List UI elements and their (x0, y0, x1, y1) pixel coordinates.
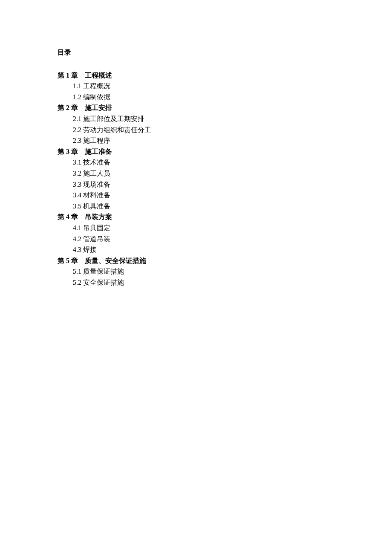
chapter-heading: 第 4 章 吊装方案 (58, 211, 392, 223)
toc-title: 目录 (58, 47, 392, 58)
toc-section: 4.1 吊具固定 (58, 223, 392, 234)
toc-section: 2.2 劳动力组织和责任分工 (58, 124, 392, 136)
chapter-heading: 第 1 章 工程概述 (58, 70, 392, 81)
toc-section: 2.3 施工程序 (58, 135, 392, 146)
toc-section: 4.2 管道吊装 (58, 234, 392, 245)
chapter-heading: 第 5 章 质量、安全保证措施 (58, 255, 392, 266)
toc-section: 4.3 焊接 (58, 244, 392, 255)
toc-section: 2.1 施工部位及工期安排 (58, 113, 392, 124)
toc-section: 3.2 施工人员 (58, 168, 392, 179)
toc-section: 1.2 编制依据 (58, 92, 392, 103)
toc-section: 3.1 技术准备 (58, 157, 392, 168)
toc-section: 5.1 质量保证措施 (58, 266, 392, 277)
toc-section: 3.5 机具准备 (58, 201, 392, 212)
toc-section: 3.3 现场准备 (58, 179, 392, 190)
chapter-heading: 第 3 章 施工准备 (58, 146, 392, 157)
toc-section: 5.2 安全保证措施 (58, 277, 392, 288)
toc-section: 1.1 工程概况 (58, 81, 392, 92)
toc-section: 3.4 材料准备 (58, 190, 392, 201)
chapter-heading: 第 2 章 施工安排 (58, 102, 392, 113)
